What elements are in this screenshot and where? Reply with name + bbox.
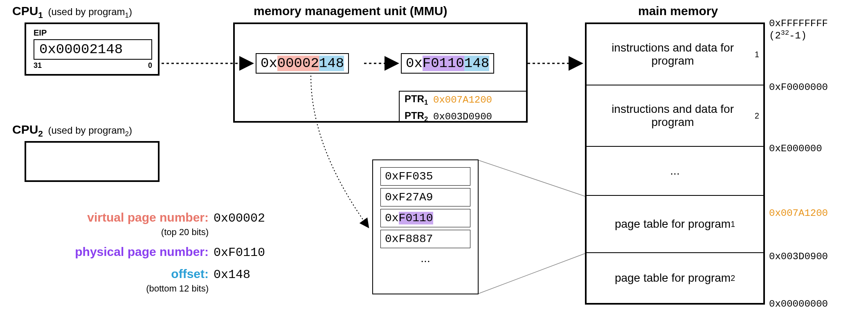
cpu1-subtitle: (used by program1) — [48, 6, 132, 17]
memory-address: 0x007A1200 — [769, 208, 828, 219]
memory-cell: page table for program1 — [587, 196, 763, 253]
cpu2-title: CPU2 (used by program2) — [12, 123, 132, 139]
svg-line-4 — [479, 253, 585, 294]
page-table-ellipsis: ... — [421, 252, 430, 265]
memory-address: 0xF0000000 — [769, 82, 828, 93]
bit-range: 31 0 — [34, 61, 152, 70]
ptr1-value: 0x007A1200 — [433, 94, 492, 105]
offset-value: 0x148 — [214, 268, 250, 282]
vpn-note: (top 20 bits) — [53, 227, 209, 238]
vaddr-offset: 148 — [319, 56, 344, 71]
eip-label: EIP — [34, 28, 151, 38]
mmu-physical-address: 0xF0110148 — [401, 53, 494, 74]
memory-address: 0xFFFFFFFF(232-1) — [769, 18, 828, 41]
cpu2-box — [25, 141, 160, 182]
ptr1-row: PTR1 0x007A1200 — [400, 92, 527, 108]
offset-label: offset: — [53, 267, 209, 281]
page-table-row: 0xFF035 — [380, 167, 470, 186]
memory-cell: instructions and data for program1 — [587, 24, 763, 85]
ptr2-value: 0x003D0900 — [433, 111, 492, 122]
paddr-prefix: 0x — [406, 56, 423, 71]
svg-line-3 — [479, 160, 585, 196]
offset-note: (bottom 12 bits) — [53, 283, 209, 294]
cpu2-subtitle: (used by program2) — [48, 125, 132, 136]
cpu1-title: CPU1 (used by program1) — [12, 4, 132, 20]
legend: virtual page number: 0x00002 (top 20 bit… — [53, 211, 265, 301]
bit-lo: 0 — [148, 61, 152, 70]
cpu2-label: CPU2 — [12, 123, 43, 136]
page-table-row: 0xF8887 — [380, 230, 470, 248]
vpn-label: virtual page number: — [53, 211, 209, 224]
paddr-ppn: F0110 — [423, 56, 464, 71]
eip-value: 0x00002148 — [34, 39, 152, 60]
memory-cell: instructions and data for program2 — [587, 85, 763, 147]
page-table-row: 0xF0110 — [380, 209, 470, 227]
cpu1-label: CPU1 — [12, 4, 43, 18]
memory-address: 0x00000000 — [769, 298, 828, 310]
ptr2-row: PTR2 0x003D0900 — [400, 108, 527, 125]
memory-cell: page table for program2 — [587, 253, 763, 303]
memory-box: instructions and data for program1instru… — [585, 22, 765, 305]
ptr1-label: PTR1 — [405, 93, 433, 107]
paddr-offset: 148 — [464, 56, 489, 71]
cpu1-box: EIP 0x00002148 31 0 — [25, 22, 160, 76]
mmu-virtual-address: 0x00002148 — [256, 53, 349, 74]
memory-address: 0xE000000 — [769, 143, 822, 154]
bit-hi: 31 — [34, 61, 42, 70]
page-table-register-box: PTR1 0x007A1200 PTR2 0x003D0900 — [399, 91, 527, 123]
vaddr-vpn: 00002 — [277, 56, 319, 71]
page-table-popup: 0xFF0350xF27A90xF01100xF8887... — [372, 159, 479, 294]
vaddr-prefix: 0x — [261, 56, 277, 71]
page-table-row: 0xF27A9 — [380, 188, 470, 206]
vpn-value: 0x00002 — [214, 211, 265, 225]
mmu-title: memory management unit (MMU) — [254, 4, 447, 18]
memory-cell: ... — [587, 147, 763, 196]
ptr2-label: PTR2 — [405, 110, 433, 123]
memory-address: 0x003D0900 — [769, 251, 828, 262]
ppn-label: physical page number: — [53, 245, 209, 259]
ppn-value: 0xF0110 — [214, 246, 265, 260]
memory-title: main memory — [638, 4, 718, 18]
